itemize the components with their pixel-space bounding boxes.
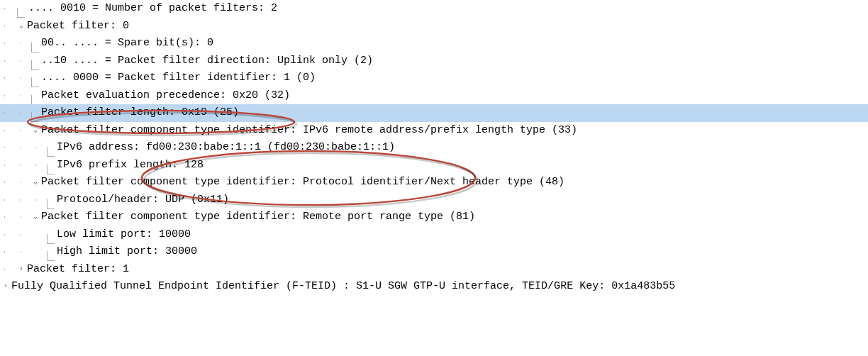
tree-row-selected[interactable]: Packet filter length: 0x19 (25) xyxy=(0,104,868,122)
field-label: .... 0010 = Number of packet filters: 2 xyxy=(28,0,277,18)
tree-row[interactable]: ⌄ Packet filter component type identifie… xyxy=(0,122,868,140)
field-label: Packet filter component type identifier:… xyxy=(41,208,475,226)
field-label: .... 0000 = Packet filter identifier: 1 … xyxy=(41,69,316,87)
tree-row[interactable]: Packet evaluation precedence: 0x20 (32) xyxy=(0,87,868,105)
field-label: ..10 .... = Packet filter direction: Upl… xyxy=(41,52,373,70)
tree-row[interactable]: IPv6 address: fd00:230:babe:1::1 (fd00:2… xyxy=(0,139,868,157)
field-label: Packet filter: 1 xyxy=(27,261,129,279)
tree-row[interactable]: IPv6 prefix length: 128 xyxy=(0,157,868,174)
field-label: High limit port: 30000 xyxy=(57,243,197,261)
field-label: Packet filter component type identifier:… xyxy=(41,122,577,140)
field-label: Fully Qualified Tunnel Endpoint Identifi… xyxy=(11,278,675,296)
field-label: IPv6 prefix length: 128 xyxy=(57,157,204,174)
tree-row[interactable]: Low limit port: 10000 xyxy=(0,226,868,244)
chevron-down-icon[interactable]: ⌄ xyxy=(17,18,26,35)
tree-row[interactable]: High limit port: 30000 xyxy=(0,243,868,261)
tree-row[interactable]: ⌄ Packet filter component type identifie… xyxy=(0,174,868,191)
chevron-down-icon[interactable]: ⌄ xyxy=(31,208,40,226)
field-label: Packet filter length: 0x19 (25) xyxy=(41,104,239,122)
tree-row[interactable]: › Packet filter: 1 xyxy=(0,261,868,279)
packet-tree: .... 0010 = Number of packet filters: 2 … xyxy=(0,0,868,296)
tree-row[interactable]: ⌄ Packet filter component type identifie… xyxy=(0,208,868,226)
tree-row[interactable]: ..10 .... = Packet filter direction: Upl… xyxy=(0,52,868,70)
chevron-right-icon[interactable]: › xyxy=(17,261,26,279)
field-label: Protocol/header: UDP (0x11) xyxy=(57,191,229,209)
field-label: Packet evaluation precedence: 0x20 (32) xyxy=(41,87,290,105)
chevron-right-icon[interactable]: › xyxy=(1,278,10,296)
field-label: Packet filter: 0 xyxy=(27,18,129,35)
tree-row[interactable]: Protocol/header: UDP (0x11) xyxy=(0,191,868,209)
field-label: 00.. .... = Spare bit(s): 0 xyxy=(41,35,213,52)
field-label: IPv6 address: fd00:230:babe:1::1 (fd00:2… xyxy=(57,139,395,157)
tree-row[interactable]: ⌄ Packet filter: 0 xyxy=(0,18,868,35)
tree-row[interactable]: 00.. .... = Spare bit(s): 0 xyxy=(0,35,868,52)
chevron-down-icon[interactable]: ⌄ xyxy=(31,122,40,140)
tree-row[interactable]: .... 0000 = Packet filter identifier: 1 … xyxy=(0,69,868,87)
field-label: Low limit port: 10000 xyxy=(57,226,191,244)
tree-row[interactable]: › Fully Qualified Tunnel Endpoint Identi… xyxy=(0,278,868,296)
chevron-down-icon[interactable]: ⌄ xyxy=(31,174,40,191)
field-label: Packet filter component type identifier:… xyxy=(41,174,564,191)
tree-row[interactable]: .... 0010 = Number of packet filters: 2 xyxy=(0,0,868,18)
